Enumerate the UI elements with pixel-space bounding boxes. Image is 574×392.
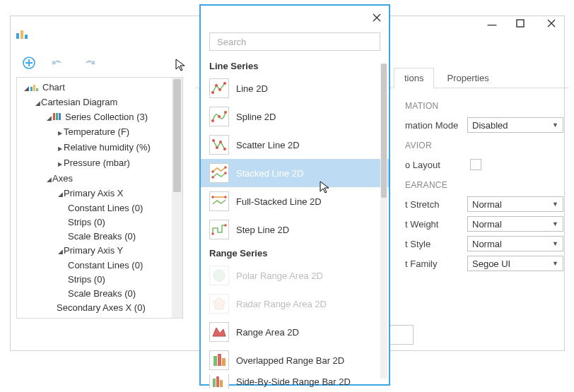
step-line-2d-icon <box>209 220 229 239</box>
svg-marker-36 <box>213 297 225 309</box>
full-stacked-line-2d-icon <box>209 191 229 211</box>
svg-point-29 <box>211 176 214 179</box>
svg-point-27 <box>211 170 214 173</box>
group-range-series: Range Series <box>201 244 389 261</box>
item-stacked-line-2d[interactable]: Stacked Line 2D <box>201 159 389 187</box>
svg-rect-11 <box>33 85 35 91</box>
svg-rect-0 <box>16 33 19 39</box>
svg-point-28 <box>224 166 227 169</box>
tree-node-axes[interactable]: Axes <box>52 173 73 184</box>
structure-tree-panel: Chart Cartesian Diagram Series Collectio… <box>16 77 183 319</box>
toolbar <box>20 54 218 71</box>
tree-node-y-constant-lines[interactable]: Constant Lines (0) <box>68 260 143 271</box>
undo-button[interactable] <box>50 54 67 71</box>
window-minimize-icon[interactable]: — <box>485 19 499 30</box>
popup-close-button[interactable] <box>369 10 385 25</box>
item-polar-range-area-2d[interactable]: Polar Range Area 2D <box>201 261 389 290</box>
structure-tree[interactable]: Chart Cartesian Diagram Series Collectio… <box>17 78 182 318</box>
svg-rect-10 <box>30 87 33 91</box>
tree-node-series-0[interactable]: Temperature (F) <box>64 126 129 137</box>
add-button[interactable] <box>20 54 37 71</box>
svg-rect-3 <box>517 20 524 27</box>
overlapped-range-bar-icon <box>209 350 229 370</box>
tree-node-x-strips[interactable]: Strips (0) <box>68 217 105 227</box>
svg-rect-14 <box>56 113 58 120</box>
svg-point-24 <box>216 146 218 149</box>
series-collection-icon <box>52 112 62 121</box>
radar-range-area-icon <box>209 294 229 314</box>
search-input[interactable] <box>216 36 374 48</box>
combo-font-weight[interactable]: Normal▼ <box>467 216 563 232</box>
tree-node-chart[interactable]: Chart <box>42 82 65 93</box>
svg-rect-38 <box>218 354 221 366</box>
tree-node-diagram[interactable]: Cartesian Diagram <box>41 97 117 107</box>
popup-scrollbar[interactable] <box>380 64 387 379</box>
svg-rect-13 <box>53 113 55 120</box>
tree-scrollbar[interactable] <box>172 78 182 318</box>
svg-point-32 <box>224 196 227 198</box>
series-type-list: Line Series Line 2D Spline 2D Scatter Li… <box>201 57 389 388</box>
tab-options[interactable]: tions <box>394 68 434 88</box>
side-by-side-range-bar-icon <box>209 374 229 388</box>
item-range-area-2d[interactable]: Range Area 2D <box>201 318 389 346</box>
svg-rect-1 <box>20 30 23 39</box>
item-full-stacked-line-2d[interactable]: Full-Stacked Line 2D <box>201 187 389 215</box>
svg-rect-15 <box>59 113 61 120</box>
combo-font-family[interactable]: Segoe UI▼ <box>467 256 563 271</box>
svg-point-34 <box>224 224 227 227</box>
range-area-icon <box>209 322 229 342</box>
svg-point-25 <box>219 141 222 143</box>
tree-node-series-1[interactable]: Relative humidity (%) <box>64 142 151 153</box>
item-radar-range-area-2d[interactable]: Radar Range Area 2D <box>201 290 389 318</box>
item-line-2d[interactable]: Line 2D <box>201 74 389 102</box>
chart-logo-icon <box>15 28 30 40</box>
combo-font-style[interactable]: Normal▼ <box>467 236 563 251</box>
svg-point-17 <box>215 84 218 87</box>
combo-animation-mode[interactable]: Disabled▼ <box>467 117 563 133</box>
svg-rect-41 <box>216 376 219 387</box>
svg-rect-2 <box>25 35 28 39</box>
svg-point-26 <box>223 148 226 150</box>
checkbox-auto-layout[interactable] <box>470 159 481 170</box>
svg-point-22 <box>224 111 227 114</box>
search-field[interactable] <box>209 32 380 51</box>
svg-point-20 <box>211 119 214 122</box>
spline-2d-icon <box>209 107 229 126</box>
svg-point-16 <box>211 91 214 94</box>
tab-properties[interactable]: Properties <box>437 69 498 88</box>
svg-rect-39 <box>222 358 226 366</box>
window-maximize-icon[interactable] <box>516 19 530 30</box>
line-2d-icon <box>209 78 229 98</box>
item-scatter-line-2d[interactable]: Scatter Line 2D <box>201 131 389 159</box>
svg-point-33 <box>211 232 214 235</box>
tree-node-secondary-x[interactable]: Secondary Axes X (0) <box>57 302 146 313</box>
tree-node-axis-x[interactable]: Primary Axis X <box>64 188 124 198</box>
svg-point-35 <box>213 270 225 281</box>
combo-font-stretch[interactable]: Normal▼ <box>467 196 563 212</box>
item-step-line-2d[interactable]: Step Line 2D <box>201 215 389 244</box>
redo-button[interactable] <box>80 54 97 71</box>
tree-node-x-constant-lines[interactable]: Constant Lines (0) <box>68 203 143 213</box>
window-close-icon[interactable] <box>547 19 561 30</box>
series-type-popup: Line Series Line 2D Spline 2D Scatter Li… <box>199 4 390 386</box>
svg-point-31 <box>211 196 214 198</box>
item-overlapped-range-bar-2d[interactable]: Overlapped Range Bar 2D <box>201 346 389 374</box>
scatter-line-2d-icon <box>209 135 229 155</box>
svg-point-23 <box>212 139 215 142</box>
stacked-line-2d-icon <box>209 163 229 183</box>
svg-point-21 <box>218 115 221 118</box>
tree-node-series-2[interactable]: Pressure (mbar) <box>64 158 130 168</box>
tree-node-y-strips[interactable]: Strips (0) <box>68 274 105 285</box>
tree-node-axis-y[interactable]: Primary Axis Y <box>64 245 123 256</box>
svg-rect-42 <box>220 380 223 387</box>
tree-node-y-scale-breaks[interactable]: Scale Breaks (0) <box>68 288 136 299</box>
tree-node-x-scale-breaks[interactable]: Scale Breaks (0) <box>68 231 136 242</box>
group-line-series: Line Series <box>201 57 389 74</box>
svg-rect-40 <box>213 379 216 387</box>
svg-point-18 <box>218 88 221 91</box>
item-side-by-side-range-bar-2d[interactable]: Side-By-Side Range Bar 2D <box>201 374 389 388</box>
polar-range-area-icon <box>209 266 229 285</box>
item-spline-2d[interactable]: Spline 2D <box>201 102 389 131</box>
tree-node-series-collection[interactable]: Series Collection (3) <box>65 112 148 122</box>
svg-point-30 <box>224 172 227 174</box>
